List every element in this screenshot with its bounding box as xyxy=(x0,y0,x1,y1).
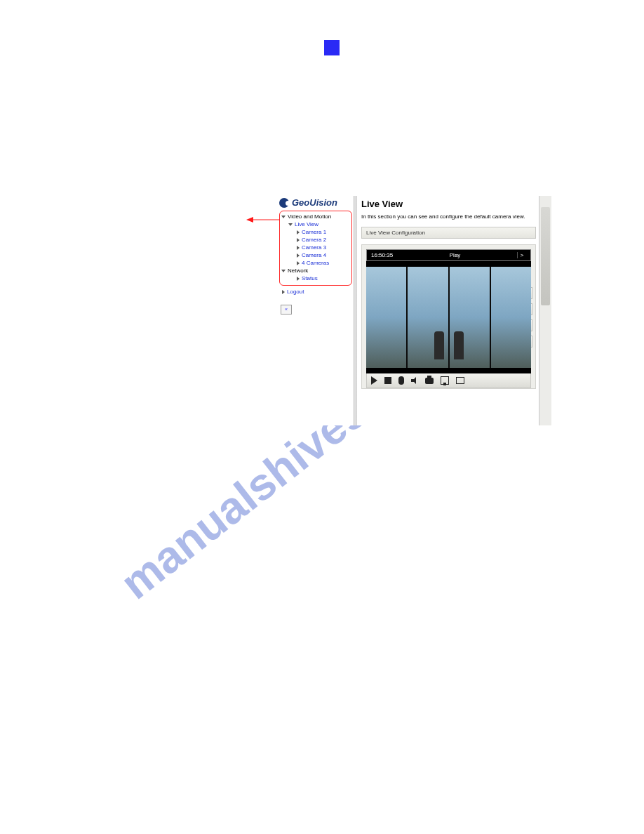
header-square xyxy=(324,40,340,55)
video-toolbar xyxy=(366,373,531,388)
tree-label: Camera 1 xyxy=(302,229,326,235)
tree-label: Camera 2 xyxy=(302,237,326,243)
chevron-right-icon xyxy=(282,290,285,294)
person-silhouette xyxy=(434,331,444,359)
nav-tree: Video and Motion Live View Camera 1 Came… xyxy=(279,211,352,286)
svg-marker-2 xyxy=(246,217,253,223)
panel-title: Live View xyxy=(357,196,551,213)
scrollbar[interactable] xyxy=(539,196,551,425)
tree-4-cameras[interactable]: 4 Cameras xyxy=(281,259,350,267)
chevron-right-icon xyxy=(297,261,300,265)
chevron-right-icon xyxy=(297,238,300,242)
tree-camera-2[interactable]: Camera 2 xyxy=(281,236,350,244)
chevron-right-icon xyxy=(297,230,300,234)
scroll-thumb[interactable] xyxy=(541,207,550,305)
chevron-right-icon xyxy=(297,277,300,281)
stop-icon[interactable] xyxy=(384,377,391,384)
video-container: ☰ 📷 ⊕ ⚏ 16:50:35 Play > xyxy=(361,244,536,389)
video-timestamp: 16:50:35 xyxy=(371,252,393,258)
tree-label: Video and Motion xyxy=(288,213,331,220)
video-frame[interactable] xyxy=(366,261,531,373)
collapse-sidebar-button[interactable]: « xyxy=(281,305,292,315)
mic-icon[interactable] xyxy=(398,376,404,385)
tree-status[interactable]: Status xyxy=(281,274,350,282)
video-pane xyxy=(450,267,491,368)
app-screenshot: GeoUision Video and Motion Live View Cam… xyxy=(278,196,551,425)
main-panel: Live View In this section you can see an… xyxy=(357,196,551,425)
video-pane xyxy=(366,267,408,368)
logo-mark-icon xyxy=(279,198,289,208)
tree-network[interactable]: Network xyxy=(281,267,350,274)
tree-camera-3[interactable]: Camera 3 xyxy=(281,244,350,251)
tree-label: 4 Cameras xyxy=(302,260,329,266)
video-pane xyxy=(491,267,531,368)
person-silhouette xyxy=(454,331,464,359)
chevron-down-icon xyxy=(288,223,293,226)
video-canvas xyxy=(366,267,531,368)
tree-label: Camera 3 xyxy=(302,244,326,251)
tree-label: Status xyxy=(302,275,318,282)
section-header: Live View Configuration xyxy=(361,227,536,239)
video-state: Play xyxy=(450,252,461,258)
tree-live-view[interactable]: Live View xyxy=(281,220,350,228)
tree-label: Network xyxy=(288,267,308,274)
save-icon[interactable] xyxy=(441,376,449,385)
left-sidebar: GeoUision Video and Motion Live View Cam… xyxy=(278,196,354,425)
video-pane xyxy=(408,267,449,368)
tree-label: Live View xyxy=(295,221,318,227)
speaker-icon[interactable] xyxy=(411,377,418,384)
callout-arrow xyxy=(246,216,280,223)
play-icon[interactable] xyxy=(371,376,377,385)
tree-label: Camera 4 xyxy=(302,252,326,258)
brand-logo: GeoUision xyxy=(278,196,354,211)
fullscreen-icon[interactable] xyxy=(456,377,464,384)
logout-label: Logout xyxy=(287,289,304,295)
logout-link[interactable]: Logout xyxy=(278,286,354,295)
chevron-down-icon xyxy=(281,216,286,218)
tree-camera-4[interactable]: Camera 4 xyxy=(281,251,350,259)
chevron-right-icon xyxy=(297,253,300,258)
tree-video-motion[interactable]: Video and Motion xyxy=(281,213,350,220)
tree-camera-1[interactable]: Camera 1 xyxy=(281,228,350,236)
panel-description: In this section you can see and configur… xyxy=(357,213,551,227)
chevron-right-icon xyxy=(297,246,300,250)
brand-text: GeoUision xyxy=(292,197,337,208)
snapshot-icon[interactable] xyxy=(425,378,434,384)
video-header: 16:50:35 Play > xyxy=(366,249,531,261)
next-button[interactable]: > xyxy=(517,252,526,258)
chevron-down-icon xyxy=(281,270,286,272)
